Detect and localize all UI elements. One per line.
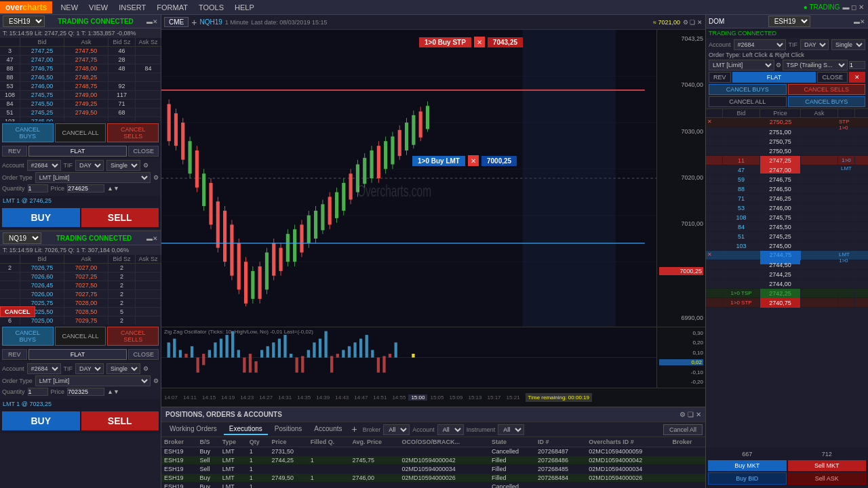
table-row[interactable]: ESH19 Buy LMT 1 2731,50 Cancelled 207268… — [161, 447, 705, 456]
bottom-panel-controls[interactable]: ▬✕ — [146, 235, 158, 242]
chart-toolbar-icons[interactable]: ⚙ ❏ ✕ — [683, 19, 703, 26]
top-account-select[interactable]: #2684 — [27, 160, 61, 171]
table-row[interactable]: ESH19 Sell LMT 1 2744,25 1 2745,75 02MD1… — [161, 456, 705, 465]
tab-positions[interactable]: Positions — [269, 424, 308, 435]
table-row[interactable]: ESH19 Sell LMT 1 02MD10594000034 Filled … — [161, 465, 705, 474]
top-price-input[interactable] — [67, 184, 104, 192]
bottom-symbol-select[interactable]: NQ19 — [3, 232, 41, 244]
dom-lmt-gear-icon[interactable]: ⚙ — [776, 62, 781, 68]
top-rev-button[interactable]: REV — [2, 146, 27, 157]
dom-row[interactable]: 2751,00 — [706, 127, 868, 137]
bottom-close-button[interactable]: CLOSE — [128, 349, 159, 360]
cancel-button[interactable]: CANCEL — [0, 306, 35, 317]
dom-quantity-input[interactable] — [849, 61, 865, 69]
table-row[interactable]: 88 2746,75 2748,00 48 84 — [0, 64, 161, 73]
bottom-order-gear-icon[interactable]: ⚙ — [153, 378, 159, 384]
table-row[interactable]: 108 2745,75 2749,00 117 — [0, 91, 161, 100]
dom-buy-bid-button[interactable]: Buy BID — [708, 472, 787, 485]
table-row[interactable]: 7026,45 7027,50 2 — [0, 281, 161, 290]
dom-order-mode-select[interactable]: Single — [831, 39, 865, 50]
table-row[interactable]: 51 2745,25 2749,50 68 — [0, 108, 161, 117]
dom-row[interactable]: 47 2747,00 — [706, 165, 868, 175]
table-row[interactable]: 6 7025,00 7029,75 2 — [0, 317, 161, 325]
dom-row[interactable]: 53 2746,00 — [706, 203, 868, 213]
top-symbol-select[interactable]: ESH19 — [3, 16, 45, 27]
top-cancel-sells-button[interactable]: CANCEL SELLS — [107, 123, 159, 142]
top-single-select[interactable]: Single — [106, 160, 140, 171]
dom-price-ladder[interactable]: ✕ 2750,25 STP 1>0 2751,00 2750,75 — [706, 118, 868, 447]
bottom-cancel-buys-button[interactable]: CANCEL BUYS — [2, 327, 54, 346]
dom-buy-mkt-button[interactable]: Buy MKT — [708, 460, 787, 471]
dom-row[interactable]: 84 2745,50 — [706, 222, 868, 232]
table-row[interactable]: 88 2746,50 2748,25 — [0, 73, 161, 82]
dom-row-stp2[interactable]: 1>0 STP 2740,75 — [706, 298, 868, 308]
bottom-flat-button[interactable]: FLAT — [28, 349, 127, 360]
menu-insert[interactable]: INSERT — [113, 2, 151, 13]
buy-stp-close-button[interactable]: ✕ — [474, 37, 485, 47]
dom-cancel-all-button[interactable]: CANCEL ALL — [709, 96, 787, 107]
menu-help[interactable]: HELP — [229, 2, 260, 13]
bottom-panel-icons[interactable]: ⚙ ❏ ✕ — [679, 411, 701, 418]
table-row[interactable]: ESH19 Buy LMT 1 Cancelled — [161, 483, 705, 489]
top-panel-controls[interactable]: ▬✕ — [146, 18, 158, 25]
dom-row-tsp[interactable]: 1>0 TSP 2742,25 — [706, 289, 868, 298]
price-arrows-icon[interactable]: ▲▼ — [107, 185, 119, 192]
dom-account-select[interactable]: #2684 — [734, 39, 786, 50]
top-quantity-input[interactable] — [28, 184, 48, 192]
bottom-price-input[interactable] — [67, 388, 104, 396]
settings-gear-icon[interactable]: ⚙ — [143, 162, 149, 169]
dom-cancel-buys-button[interactable]: CANCEL BUYS — [709, 84, 787, 95]
dom-row-current[interactable]: 11 2747,25 1>0 LMT — [706, 156, 868, 165]
tab-executions[interactable]: Executions — [224, 424, 268, 435]
top-cancel-buys-button[interactable]: CANCEL BUYS — [2, 123, 54, 142]
buy-lmt-close-button[interactable]: ✕ — [468, 155, 479, 166]
top-cancel-all-button[interactable]: CANCEL ALL — [55, 123, 106, 142]
dom-row[interactable]: 103 2745,00 — [706, 241, 868, 251]
dom-row[interactable]: 59 2746,75 — [706, 175, 868, 184]
bottom-cancel-all-button[interactable]: CANCEL ALL — [55, 327, 106, 346]
top-order-type-select[interactable]: LMT [Limit] — [35, 172, 151, 183]
bottom-cancel-all-button[interactable]: Cancel All — [663, 424, 703, 435]
dom-rev-button[interactable]: REV — [709, 72, 731, 83]
table-row[interactable]: 53 2746,00 2748,75 92 — [0, 82, 161, 91]
instrument-filter-select[interactable]: All — [498, 424, 524, 435]
dom-row[interactable]: 2744,50 — [706, 260, 868, 270]
osc-chart[interactable]: Zig Zag Oscillator (Ticks: 10, High/Low,… — [161, 327, 656, 388]
dom-cancel-buys2-button[interactable]: CANCEL BUYS — [788, 96, 866, 107]
tab-working-orders[interactable]: Working Orders — [164, 424, 222, 435]
menu-view[interactable]: VIEW — [83, 2, 113, 13]
table-row[interactable]: 103 2745,00 — [0, 117, 161, 121]
dom-row[interactable]: 108 2745,75 — [706, 213, 868, 222]
chart-tab-cme[interactable]: CME — [164, 17, 189, 27]
bottom-rev-button[interactable]: REV — [2, 349, 27, 360]
bottom-price-arrows-icon[interactable]: ▲▼ — [107, 388, 119, 395]
window-controls[interactable]: ▬ ◻ ✕ — [842, 3, 864, 11]
bottom-cancel-sells-button[interactable]: CANCEL SELLS — [107, 327, 159, 346]
menu-format[interactable]: FORMAT — [151, 2, 193, 13]
dom-symbol-select[interactable]: ESH19 — [768, 16, 810, 27]
bottom-account-select[interactable]: #2684 — [27, 363, 61, 374]
table-row[interactable]: 7026,00 7027,75 2 — [0, 290, 161, 299]
bottom-single-select[interactable]: Single — [106, 363, 140, 374]
table-row[interactable]: 84 2745,50 2749,25 71 — [0, 100, 161, 108]
order-type-gear-icon[interactable]: ⚙ — [153, 174, 159, 181]
chart-add-tab-icon[interactable]: + — [191, 17, 197, 28]
dom-order-type-tsp-select[interactable]: TSP (Trailing S... — [783, 60, 848, 70]
bottom-tif-select[interactable]: DAY — [75, 363, 104, 374]
bottom-sell-button[interactable]: SELL — [81, 411, 159, 430]
price-chart-container[interactable]: Overcharts.com 1>0 Buy STP ✕ 7043,25 1>0… — [161, 30, 656, 327]
bottom-quantity-input[interactable] — [28, 388, 48, 396]
dom-row-lmt[interactable]: ✕ 2744,75 LMT 1>0 — [706, 251, 868, 260]
dom-controls[interactable]: ▬✕ — [854, 18, 865, 25]
account-filter-select[interactable]: All — [437, 424, 464, 435]
dom-row[interactable]: 71 2746,25 — [706, 194, 868, 203]
dom-close-x-button[interactable]: ✕ — [849, 72, 865, 83]
tab-accounts[interactable]: Accounts — [309, 424, 347, 435]
dom-row[interactable]: 2750,75 — [706, 137, 868, 146]
table-row[interactable]: 47 2747,00 2747,75 28 — [0, 56, 161, 64]
dom-row[interactable]: 88 2746,50 — [706, 184, 868, 194]
table-row[interactable]: ESH19 Buy LMT 1 2749,50 1 2746,00 02MD10… — [161, 474, 705, 483]
dom-tif-select[interactable]: DAY — [800, 39, 829, 50]
dom-sell-ask-button[interactable]: Sell ASK — [788, 472, 867, 485]
broker-filter-select[interactable]: All — [383, 424, 410, 435]
